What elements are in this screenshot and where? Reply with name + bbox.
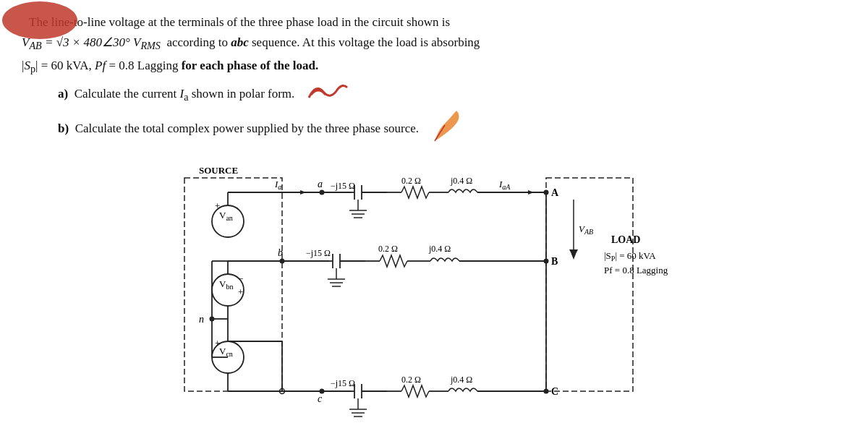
svg-text:Pf = 0.8 Lagging: Pf = 0.8 Lagging <box>604 265 668 276</box>
svg-marker-9 <box>300 190 306 195</box>
svg-text:Ia: Ia <box>274 179 281 191</box>
svg-text:−j15 Ω: −j15 Ω <box>306 248 331 258</box>
svg-text:−j15 Ω: −j15 Ω <box>331 181 355 191</box>
problem-text: The line-to-line voltage at the terminal… <box>22 13 846 150</box>
svg-marker-85 <box>571 254 576 260</box>
svg-text:a: a <box>318 179 323 189</box>
svg-text:Vcn: Vcn <box>219 346 233 358</box>
svg-text:+: + <box>215 200 220 211</box>
circuit-svg: SOURCE Van + a Ia <box>163 163 705 420</box>
svg-text:n: n <box>199 314 204 325</box>
line2: VAB = √3 × 480∠30° VRMS according to abc… <box>22 33 846 54</box>
source-label: SOURCE <box>199 165 238 176</box>
svg-text:−j15 Ω: −j15 Ω <box>331 378 355 388</box>
page-content: The line-to-line voltage at the terminal… <box>0 0 868 431</box>
part-a: a) Calculate the current Ia shown in pol… <box>22 82 846 108</box>
svg-text:LOAD: LOAD <box>611 234 640 245</box>
svg-text:b: b <box>278 247 283 258</box>
part-b: b) Calculate the total complex power sup… <box>22 109 846 150</box>
svg-rect-2 <box>546 178 633 391</box>
svg-text:c: c <box>318 393 323 404</box>
svg-text:Vbn: Vbn <box>219 278 233 291</box>
svg-text:0.2 Ω: 0.2 Ω <box>401 375 421 385</box>
svg-text:C: C <box>551 386 558 397</box>
svg-text:+: + <box>238 286 243 297</box>
svg-text:IaA: IaA <box>498 179 511 191</box>
svg-text:VAB: VAB <box>579 223 593 236</box>
svg-text:B: B <box>551 256 558 267</box>
svg-rect-1 <box>184 178 282 391</box>
svg-text:+: + <box>215 338 220 349</box>
svg-text:|SP| = 60 kVA: |SP| = 60 kVA <box>604 250 656 262</box>
svg-text:0.2 Ω: 0.2 Ω <box>401 176 421 186</box>
line3: |Sp| = 60 kVA, Pf = 0.8 Lagging for each… <box>22 56 846 77</box>
svg-text:j0.4 Ω: j0.4 Ω <box>428 244 451 254</box>
svg-text:j0.4 Ω: j0.4 Ω <box>450 375 472 385</box>
svg-text:−: − <box>238 273 243 284</box>
svg-text:0.2 Ω: 0.2 Ω <box>378 244 398 254</box>
line1: The line-to-line voltage at the terminal… <box>22 13 846 32</box>
circuit-diagram: SOURCE Van + a Ia <box>22 163 846 424</box>
svg-text:A: A <box>551 187 559 198</box>
svg-text:j0.4 Ω: j0.4 Ω <box>450 176 472 186</box>
svg-text:Van: Van <box>219 210 233 222</box>
svg-marker-28 <box>528 190 534 195</box>
